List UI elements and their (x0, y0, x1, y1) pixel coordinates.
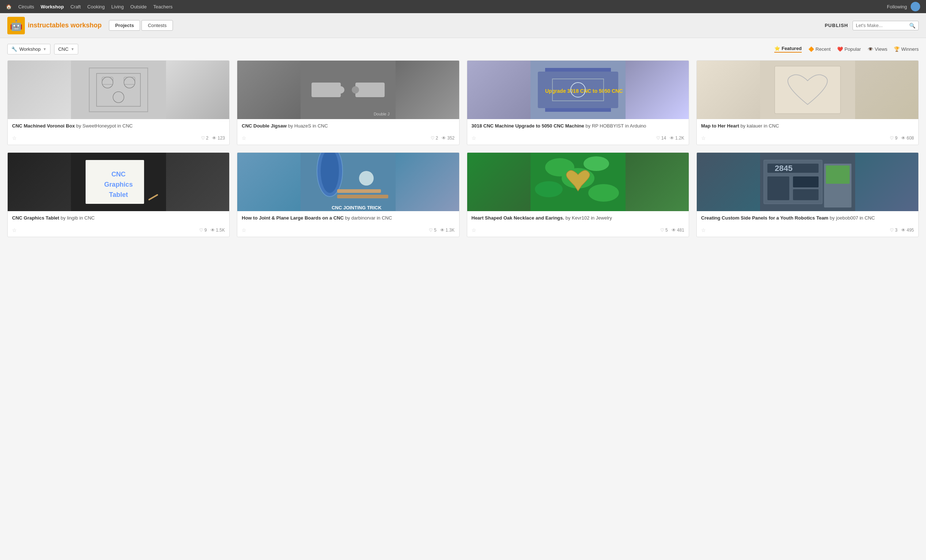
nav-living[interactable]: Living (112, 4, 124, 9)
header: 🤖 instructables workshop Projects Contes… (0, 13, 926, 38)
favorite-star-3[interactable]: ☆ (701, 135, 706, 141)
views-count-0: 123 (218, 136, 225, 140)
svg-rect-33 (337, 195, 388, 198)
nav-workshop[interactable]: Workshop (41, 4, 64, 9)
card-0[interactable]: CNC Machined Voronoi Box by SweetHoneypo… (7, 60, 230, 145)
svg-point-41 (535, 181, 563, 197)
contests-button[interactable]: Contests (141, 20, 172, 31)
heart-icon: ❤️ (837, 47, 843, 52)
favorite-star-6[interactable]: ☆ (472, 227, 477, 233)
header-nav: Projects Contests (109, 20, 173, 31)
card-body-4: CNC Graphics Tablet by lingib in CNC (8, 211, 229, 225)
recent-icon: 🔶 (808, 47, 814, 52)
top-nav-right: Following (887, 2, 920, 11)
likes-count-3: 9 (895, 136, 897, 140)
views-count-5: 1.3K (446, 228, 455, 233)
favorite-star-0[interactable]: ☆ (12, 135, 17, 141)
likes-count-6: 5 (665, 228, 668, 233)
likes-stat-1: ♡ 2 (431, 136, 438, 140)
nav-outside[interactable]: Outside (130, 4, 147, 9)
nav-circuits[interactable]: Circuits (18, 4, 34, 9)
filters-bar: 🔧 Workshop ▼ CNC ▼ ⭐ Featured 🔶 Recent ❤… (0, 38, 926, 60)
views-stat-6: 👁 481 (672, 228, 684, 233)
project-grid: CNC Machined Voronoi Box by SweetHoneypo… (0, 60, 926, 248)
card-stats-7: ♡ 3 👁 495 (890, 228, 914, 233)
svg-point-10 (337, 86, 344, 94)
card-image-5: CNC JOINTING TRICK (237, 153, 459, 211)
category-label: Workshop (20, 47, 41, 52)
card-body-5: How to Joint & Plane Large Boards on a C… (237, 211, 459, 225)
views-stat-5: 👁 1.3K (440, 228, 455, 233)
nav-home-icon[interactable]: 🏠 (6, 4, 12, 9)
search-input[interactable] (856, 23, 907, 28)
svg-rect-51 (826, 166, 850, 184)
heart-stat-icon-5: ♡ (429, 228, 433, 233)
header-right: PUBLISH 🔍 (825, 21, 919, 30)
likes-stat-0: ♡ 2 (201, 136, 209, 140)
card-stats-4: ♡ 9 👁 1.5K (199, 228, 225, 233)
likes-stat-7: ♡ 3 (890, 228, 897, 233)
logo-workshop: workshop (71, 21, 101, 29)
card-stats-6: ♡ 5 👁 481 (660, 228, 684, 233)
nav-craft[interactable]: Craft (71, 4, 81, 9)
card-image-6 (467, 153, 689, 211)
card-footer-2: ☆ ♡ 14 👁 1.2K (467, 133, 689, 145)
card-footer-0: ☆ ♡ 2 👁 123 (8, 133, 229, 145)
subcategory-filter[interactable]: CNC ▼ (54, 44, 78, 54)
sort-winners[interactable]: 🏆 Winners (894, 47, 919, 52)
card-3[interactable]: Map to Her Heart by kalauer in CNC ☆ ♡ 9… (696, 60, 919, 145)
svg-rect-49 (793, 189, 819, 200)
card-body-2: 3018 CNC Machine Upgrade to 5050 CNC Mac… (467, 119, 689, 133)
eye-icon: 👁️ (867, 47, 873, 52)
svg-point-42 (588, 184, 619, 202)
likes-stat-6: ♡ 5 (660, 228, 668, 233)
card-body-3: Map to Her Heart by kalauer in CNC (697, 119, 918, 133)
favorite-star-5[interactable]: ☆ (242, 227, 247, 233)
card-6[interactable]: Heart Shaped Oak Necklace and Earings. b… (467, 152, 689, 237)
card-title-3: Map to Her Heart by kalauer in CNC (701, 123, 914, 129)
user-avatar[interactable] (911, 2, 920, 11)
heart-stat-icon-2: ♡ (656, 136, 660, 140)
trophy-icon: 🏆 (894, 47, 900, 52)
favorite-star-1[interactable]: ☆ (242, 135, 247, 141)
card-footer-3: ☆ ♡ 9 👁 608 (697, 133, 918, 145)
heart-stat-icon-7: ♡ (890, 228, 894, 233)
favorite-star-7[interactable]: ☆ (701, 227, 706, 233)
likes-count-4: 9 (204, 228, 207, 233)
card-5[interactable]: CNC JOINTING TRICK How to Joint & Plane … (237, 152, 459, 237)
svg-rect-48 (793, 177, 819, 187)
card-footer-5: ☆ ♡ 5 👁 1.3K (237, 225, 459, 237)
views-count-2: 1.2K (675, 136, 684, 140)
publish-button[interactable]: PUBLISH (825, 23, 848, 28)
sort-featured[interactable]: ⭐ Featured (774, 46, 802, 53)
heart-stat-icon-4: ♡ (199, 228, 203, 233)
subcategory-label: CNC (58, 47, 68, 52)
sort-recent[interactable]: 🔶 Recent (808, 47, 831, 52)
card-4[interactable]: CNCGraphicsTablet CNC Graphics Tablet by… (7, 152, 230, 237)
eye-stat-icon-4: 👁 (210, 228, 215, 233)
card-7[interactable]: 2845 Creating Custom Side Panels for a Y… (696, 152, 919, 237)
card-stats-1: ♡ 2 👁 352 (431, 136, 455, 140)
projects-button[interactable]: Projects (109, 20, 140, 31)
search-icon[interactable]: 🔍 (909, 23, 915, 29)
card-image-4: CNCGraphicsTablet (8, 153, 229, 211)
favorite-star-4[interactable]: ☆ (12, 227, 17, 233)
nav-cooking[interactable]: Cooking (87, 4, 105, 9)
category-filter[interactable]: 🔧 Workshop ▼ (7, 44, 50, 54)
nav-teachers[interactable]: Teachers (153, 4, 172, 9)
svg-rect-11 (356, 83, 384, 97)
logo-instructables: instructables (28, 21, 69, 29)
sort-tabs: ⭐ Featured 🔶 Recent ❤️ Popular 👁️ Views … (774, 46, 919, 53)
svg-text:CNC: CNC (112, 171, 126, 178)
card-1[interactable]: Double J CNC Double Jigsaw by HuazeS in … (237, 60, 459, 145)
favorite-star-2[interactable]: ☆ (472, 135, 477, 141)
sort-popular[interactable]: ❤️ Popular (837, 47, 861, 52)
card-body-1: CNC Double Jigsaw by HuazeS in CNC (237, 119, 459, 133)
search-bar: 🔍 (852, 21, 919, 30)
card-footer-7: ☆ ♡ 3 👁 495 (697, 225, 918, 237)
sort-views[interactable]: 👁️ Views (867, 47, 887, 52)
logo-area[interactable]: 🤖 instructables workshop (7, 17, 101, 34)
following-label[interactable]: Following (887, 4, 907, 9)
card-title-1: CNC Double Jigsaw by HuazeS in CNC (242, 123, 454, 129)
card-2[interactable]: Upgrade 3018 CNC to 5050 CNC 3018 CNC Ma… (467, 60, 689, 145)
